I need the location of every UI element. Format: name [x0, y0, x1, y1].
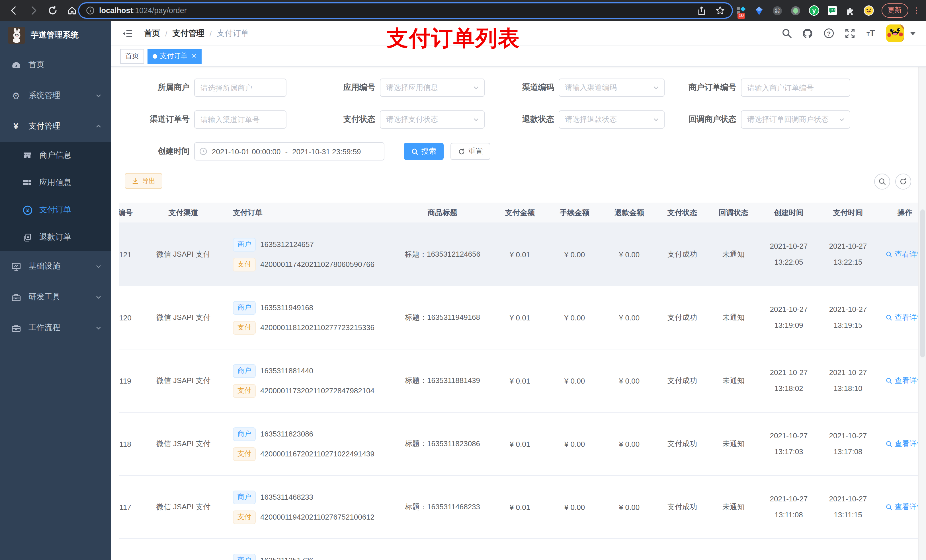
- browser-menu-icon[interactable]: [915, 8, 917, 14]
- bookmark-star-icon[interactable]: [715, 6, 725, 15]
- merchant-order-no: 1635311468233: [260, 493, 313, 501]
- extension-command-icon[interactable]: ⌘: [772, 5, 783, 16]
- view-detail-link[interactable]: 查看详情: [885, 249, 918, 260]
- sidebar-item-payment[interactable]: ¥ 支付管理: [0, 111, 111, 142]
- cell-actions: 查看详情: [878, 223, 918, 286]
- table-row[interactable]: 121 微信 JSAPI 支付 商户 1635312124657 支付 4200…: [119, 223, 918, 286]
- search-button[interactable]: 搜索: [404, 143, 443, 160]
- browser-update-button[interactable]: 更新: [881, 3, 908, 18]
- share-icon[interactable]: [697, 6, 706, 15]
- refresh-table-button[interactable]: [895, 174, 911, 190]
- pay-status-select[interactable]: 请选择支付状态: [380, 110, 485, 128]
- filter-label: 商户订单编号: [659, 83, 741, 93]
- cell-id: 119: [119, 349, 145, 412]
- sidebar-item-workflow[interactable]: 工作流程: [0, 312, 111, 343]
- navbar-actions: ? TT: [781, 24, 916, 42]
- table-body: 121 微信 JSAPI 支付 商户 1635312124657 支付 4200…: [119, 223, 918, 560]
- browser-chrome: localhost:1024/pay/order 10 ⌘: [0, 0, 926, 21]
- browser-back-icon[interactable]: [8, 5, 20, 16]
- show-search-toggle-button[interactable]: [874, 174, 890, 190]
- view-detail-link[interactable]: 查看详情: [885, 312, 918, 323]
- merchant-order-no: 1635311949168: [260, 303, 313, 312]
- sidebar-item-merchant-info[interactable]: 商户信息: [0, 142, 111, 169]
- sidebar-item-home[interactable]: 首页: [0, 50, 111, 80]
- extension-recorder-icon[interactable]: [790, 5, 801, 16]
- pay-order-no: 4200001194202110276752100612: [260, 513, 374, 521]
- extension-tabs-icon[interactable]: 10: [735, 5, 746, 16]
- cell-id: [119, 539, 145, 560]
- cell-pay-time: 2021-10-2713:11:15: [819, 476, 878, 538]
- tag-tab-pay-order[interactable]: 支付订单 ✕: [147, 49, 201, 63]
- pay-order-line: 支付 4200001167202110271022491439: [233, 447, 374, 461]
- url-host: localhost: [99, 6, 133, 15]
- tag-tab-home[interactable]: 首页: [120, 49, 144, 63]
- view-detail-link[interactable]: 查看详情: [885, 376, 918, 386]
- browser-reload-icon[interactable]: [47, 5, 58, 16]
- extensions-puzzle-icon[interactable]: [845, 5, 856, 16]
- extension-yuque-icon[interactable]: y: [808, 5, 819, 16]
- table-row[interactable]: 商户 1635311251736 支付 查看详情: [119, 539, 918, 560]
- browser-home-icon[interactable]: [66, 5, 77, 16]
- create-date: 2021-10-27: [770, 491, 808, 507]
- sidebar-item-infra[interactable]: 基础设施: [0, 251, 111, 282]
- page-scrollbar[interactable]: [918, 67, 926, 560]
- reset-button[interactable]: 重置: [451, 143, 490, 160]
- cell-actions: 查看详情: [878, 286, 918, 349]
- sidebar-item-app-info[interactable]: 应用信息: [0, 169, 111, 196]
- app-logo-row[interactable]: 芋道管理系统: [0, 21, 111, 50]
- export-button[interactable]: 导出: [125, 173, 162, 189]
- channel-code-select[interactable]: 请输入渠道编码: [559, 78, 664, 97]
- profile-emoji-icon[interactable]: [863, 5, 874, 16]
- help-icon[interactable]: ?: [823, 27, 834, 39]
- sidebar-item-label: 基础设施: [29, 261, 61, 272]
- fullscreen-icon[interactable]: [844, 27, 855, 39]
- cell-id: 118: [119, 413, 145, 475]
- scrollbar-thumb[interactable]: [920, 210, 924, 358]
- extension-kite-icon[interactable]: [754, 5, 764, 16]
- sidebar-item-pay-order[interactable]: ¥ 支付订单: [0, 196, 111, 223]
- extension-chat-icon[interactable]: [827, 5, 837, 16]
- extension-strip: 10 ⌘ y 更新: [735, 0, 917, 21]
- url-bar[interactable]: localhost:1024/pay/order: [78, 2, 733, 19]
- merchant-select[interactable]: [194, 78, 286, 97]
- browser-forward-icon[interactable]: [27, 5, 39, 16]
- breadcrumb-payment[interactable]: 支付管理: [172, 28, 204, 38]
- callback-status-select[interactable]: 请选择订单回调商户状态: [741, 110, 850, 128]
- github-icon[interactable]: [802, 27, 813, 39]
- export-button-label: 导出: [142, 176, 156, 186]
- close-icon[interactable]: ✕: [190, 53, 197, 59]
- table-row[interactable]: 118 微信 JSAPI 支付 商户 1635311823086 支付 4200…: [119, 413, 918, 476]
- pay-order-no: 4200001174202110278060590766: [260, 260, 374, 269]
- avatar-caret-icon[interactable]: [910, 32, 916, 35]
- cell-refund: [602, 539, 657, 560]
- sidebar-item-refund-order[interactable]: 退款订单: [0, 223, 111, 251]
- channel-order-no-input[interactable]: [194, 110, 286, 128]
- pay-order-line: 支付 4200001174202110278060590766: [233, 257, 374, 272]
- filter-label: 渠道订单号: [112, 115, 194, 125]
- cell-create-time: 2021-10-2713:22:05: [759, 223, 819, 286]
- search-button-label: 搜索: [421, 146, 436, 157]
- table-row[interactable]: 119 微信 JSAPI 支付 商户 1635311881440 支付 4200…: [119, 349, 918, 413]
- sidebar-item-devtools[interactable]: 研发工具: [0, 282, 111, 312]
- user-avatar[interactable]: [886, 24, 904, 42]
- pay-order-line: 支付 4200001181202110277723215336: [233, 320, 374, 335]
- refund-status-select[interactable]: 请选择退款状态: [559, 110, 664, 128]
- search-icon[interactable]: [781, 27, 792, 39]
- table-row[interactable]: 117 微信 JSAPI 支付 商户 1635311468233 支付 4200…: [119, 476, 918, 539]
- sidebar-fold-icon[interactable]: [121, 27, 134, 39]
- app-select[interactable]: 请选择应用信息: [380, 78, 485, 97]
- create-time-range-picker[interactable]: 2021-10-01 00:00:00 - 2021-10-31 23:59:5…: [194, 142, 384, 160]
- view-detail-link[interactable]: 查看详情: [885, 439, 918, 449]
- merchant-order-no-input[interactable]: [741, 78, 850, 97]
- view-detail-link[interactable]: 查看详情: [885, 502, 918, 512]
- table-row[interactable]: 120 微信 JSAPI 支付 商户 1635311949168 支付 4200…: [119, 286, 918, 349]
- cell-fee: ¥ 0.00: [547, 286, 602, 349]
- main-area: 支付订单列表 首页 / 支付管理 / 支付订单 ?: [111, 21, 926, 560]
- pay-date: 2021-10-27: [829, 302, 867, 318]
- page-content: 所属商户 应用编号 请选择应用信息 渠道编码 请输入渠道编码: [111, 67, 926, 560]
- sidebar-item-system[interactable]: ⚙ 系统管理: [0, 80, 111, 111]
- breadcrumb-home[interactable]: 首页: [144, 28, 160, 38]
- site-info-icon[interactable]: [86, 6, 95, 15]
- app-logo: [8, 27, 25, 44]
- font-size-icon[interactable]: TT: [865, 27, 876, 39]
